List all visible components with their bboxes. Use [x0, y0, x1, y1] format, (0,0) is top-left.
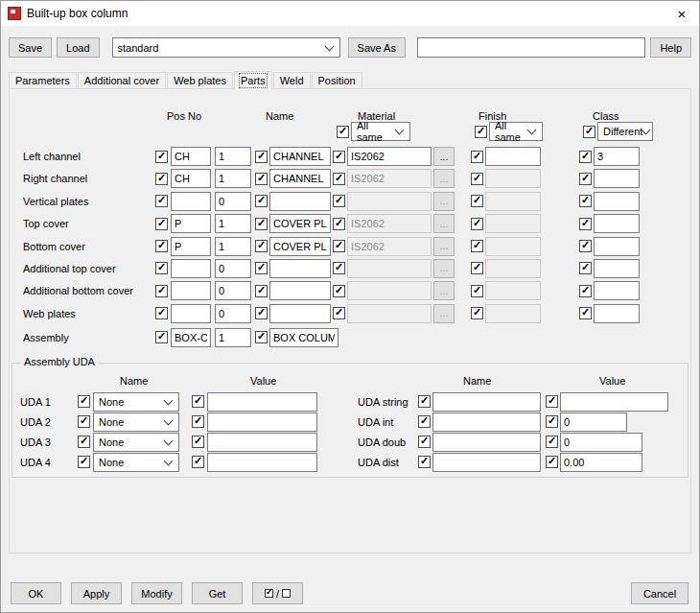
class-checkbox[interactable]	[579, 307, 592, 319]
finish-mode-select[interactable]: All same	[489, 122, 543, 141]
pos-prefix-input[interactable]	[171, 192, 211, 211]
uda-right-value-checkbox[interactable]	[546, 436, 558, 448]
finish-input[interactable]	[485, 147, 541, 166]
finish-input[interactable]	[485, 192, 541, 211]
tab-additional-cover[interactable]: Additional cover	[78, 72, 166, 88]
name-input[interactable]	[269, 237, 331, 256]
pos-checkbox[interactable]	[155, 195, 168, 207]
material-input[interactable]	[347, 214, 432, 233]
pos-checkbox[interactable]	[155, 285, 168, 297]
class-checkbox[interactable]	[579, 262, 592, 274]
uda-right-name-checkbox[interactable]	[418, 415, 431, 428]
class-input[interactable]	[594, 214, 640, 233]
toggle-checkboxes-button[interactable]: /	[252, 582, 303, 604]
name-input[interactable]	[269, 259, 331, 278]
material-checkbox[interactable]	[333, 262, 345, 274]
class-input[interactable]	[594, 304, 640, 323]
material-browse-button[interactable]: ...	[433, 304, 455, 323]
class-checkbox[interactable]	[579, 285, 592, 297]
pos-number-input[interactable]	[215, 281, 251, 300]
material-browse-button[interactable]: ...	[433, 169, 455, 188]
material-mode-checkbox[interactable]	[337, 126, 349, 138]
apply-button[interactable]: Apply	[71, 582, 122, 604]
class-input[interactable]	[594, 169, 640, 188]
material-input[interactable]	[347, 259, 432, 278]
name-checkbox[interactable]	[255, 195, 268, 207]
name-input[interactable]	[269, 169, 331, 188]
save-as-button[interactable]: Save As	[348, 37, 406, 58]
cancel-button[interactable]: Cancel	[631, 582, 688, 604]
uda-right-value-input[interactable]	[560, 453, 642, 472]
pos-checkbox[interactable]	[155, 307, 168, 319]
tab-position[interactable]: Position	[312, 72, 362, 88]
help-button[interactable]: Help	[650, 37, 691, 58]
finish-checkbox[interactable]	[471, 173, 483, 185]
uda-value-input[interactable]	[207, 453, 317, 472]
material-browse-button[interactable]: ...	[433, 259, 455, 278]
uda-name-checkbox[interactable]	[78, 395, 90, 408]
pos-number-input[interactable]	[215, 237, 251, 256]
material-input[interactable]	[347, 304, 432, 323]
name-checkbox[interactable]	[255, 151, 268, 163]
uda-name-select[interactable]: None	[93, 392, 179, 412]
class-input[interactable]	[594, 147, 640, 166]
name-checkbox[interactable]	[255, 173, 268, 185]
uda-right-value-input[interactable]	[560, 392, 668, 412]
uda-right-name-input[interactable]	[432, 413, 541, 432]
finish-input[interactable]	[485, 214, 541, 233]
material-checkbox[interactable]	[333, 285, 345, 297]
pos-prefix-input[interactable]	[171, 281, 211, 300]
name-input[interactable]	[269, 147, 331, 166]
finish-checkbox[interactable]	[471, 240, 483, 252]
tab-parts[interactable]: Parts	[234, 71, 272, 89]
name-checkbox[interactable]	[255, 307, 268, 319]
class-checkbox[interactable]	[579, 173, 592, 185]
pos-number-input[interactable]	[215, 147, 251, 166]
uda-right-name-checkbox[interactable]	[418, 395, 431, 408]
name-input[interactable]	[269, 304, 331, 323]
material-input[interactable]	[347, 147, 432, 166]
pos-checkbox[interactable]	[155, 173, 168, 185]
material-checkbox[interactable]	[333, 173, 345, 185]
material-browse-button[interactable]: ...	[433, 281, 455, 300]
pos-prefix-input[interactable]	[171, 147, 211, 166]
name-input[interactable]	[269, 328, 338, 347]
name-checkbox[interactable]	[255, 240, 268, 252]
finish-checkbox[interactable]	[471, 195, 483, 207]
pos-prefix-input[interactable]	[171, 237, 211, 256]
uda-name-checkbox[interactable]	[78, 436, 90, 448]
uda-right-value-checkbox[interactable]	[546, 456, 558, 468]
uda-value-checkbox[interactable]	[192, 436, 204, 448]
pos-prefix-input[interactable]	[171, 259, 211, 278]
uda-value-checkbox[interactable]	[192, 415, 204, 428]
finish-checkbox[interactable]	[471, 307, 483, 319]
finish-input[interactable]	[485, 259, 541, 278]
pos-prefix-input[interactable]	[171, 304, 211, 323]
uda-right-name-input[interactable]	[432, 433, 541, 452]
class-checkbox[interactable]	[579, 218, 592, 230]
tab-parameters[interactable]: Parameters	[9, 72, 77, 88]
pos-checkbox[interactable]	[155, 262, 168, 274]
uda-name-select[interactable]: None	[93, 413, 179, 432]
uda-value-input[interactable]	[207, 433, 317, 452]
name-input[interactable]	[269, 281, 331, 300]
class-mode-select[interactable]: Different	[597, 122, 653, 141]
uda-right-name-input[interactable]	[432, 392, 541, 412]
name-input[interactable]	[269, 214, 331, 233]
material-input[interactable]	[347, 281, 432, 300]
uda-value-input[interactable]	[207, 413, 317, 432]
uda-name-checkbox[interactable]	[78, 456, 90, 468]
material-checkbox[interactable]	[333, 307, 345, 319]
class-checkbox[interactable]	[579, 195, 592, 207]
uda-name-select[interactable]: None	[93, 453, 179, 472]
save-as-input[interactable]	[417, 37, 645, 58]
uda-right-value-input[interactable]	[560, 433, 642, 452]
uda-right-value-checkbox[interactable]	[546, 415, 558, 428]
finish-checkbox[interactable]	[471, 218, 483, 230]
class-checkbox[interactable]	[579, 151, 592, 163]
class-input[interactable]	[594, 281, 640, 300]
material-checkbox[interactable]	[333, 151, 345, 163]
pos-number-input[interactable]	[215, 304, 251, 323]
name-checkbox[interactable]	[255, 262, 268, 274]
material-browse-button[interactable]: ...	[433, 147, 455, 166]
